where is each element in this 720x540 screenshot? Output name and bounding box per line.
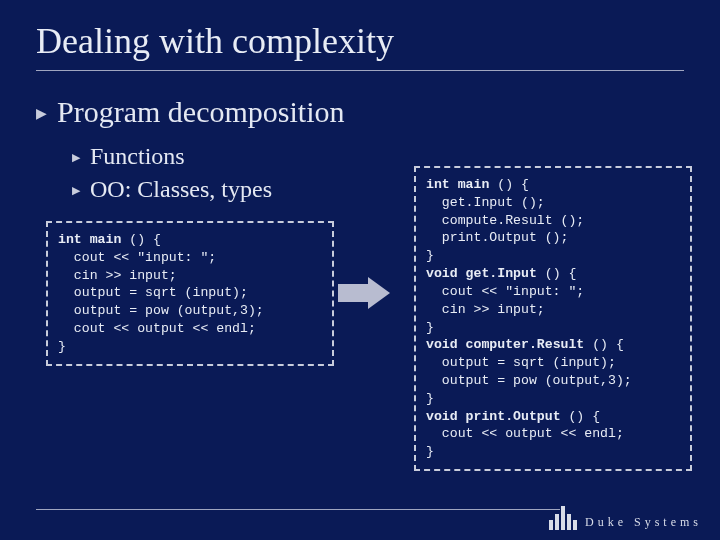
code: () { — [537, 266, 577, 281]
kw: int — [58, 232, 90, 247]
bullet-text: Program decomposition — [57, 95, 344, 129]
fn-name: main — [90, 232, 122, 247]
code: output = pow (output,3); — [426, 373, 632, 388]
brand-part: Duke — [585, 515, 627, 529]
code: cout << output << endl; — [58, 321, 256, 336]
code: output = sqrt (input); — [58, 285, 248, 300]
code: compute.Result (); — [426, 213, 584, 228]
code: output = sqrt (input); — [426, 355, 616, 370]
arrow-right-icon — [338, 277, 392, 309]
arrow-wrap — [334, 277, 396, 309]
footer: Duke Systems — [549, 506, 702, 530]
bullet-text: Functions — [90, 143, 185, 170]
code: } — [58, 339, 66, 354]
kw: void — [426, 337, 466, 352]
code: cin >> input; — [426, 302, 545, 317]
kw: void — [426, 266, 466, 281]
bullet-icon: ▶ — [72, 151, 80, 164]
code: } — [426, 444, 434, 459]
code: () { — [121, 232, 161, 247]
code-before: int main () { cout << "input: "; cin >> … — [46, 221, 334, 366]
fn-name: get.Input — [466, 266, 537, 281]
code: () { — [489, 177, 529, 192]
fn-name: print.Output — [466, 409, 561, 424]
slide-title: Dealing with complexity — [36, 20, 684, 71]
code: () { — [561, 409, 601, 424]
code-after-col: int main () { get.Input (); compute.Resu… — [410, 166, 692, 471]
code: output = pow (output,3); — [58, 303, 264, 318]
duke-chapel-icon — [549, 506, 577, 530]
code: print.Output (); — [426, 230, 568, 245]
bullet-icon: ▶ — [36, 105, 47, 122]
code: cout << "input: "; — [426, 284, 584, 299]
fn-name: main — [458, 177, 490, 192]
code: get.Input (); — [426, 195, 545, 210]
code: () { — [584, 337, 624, 352]
code: cout << "input: "; — [58, 250, 216, 265]
footer-brand: Duke Systems — [585, 515, 702, 530]
code: cout << output << endl; — [426, 426, 624, 441]
kw: int — [426, 177, 458, 192]
footer-divider — [36, 509, 560, 510]
bullet-level1: ▶ Program decomposition — [36, 95, 684, 129]
bullet-text: OO: Classes, types — [90, 176, 272, 203]
bullet-icon: ▶ — [72, 184, 80, 197]
code: } — [426, 248, 434, 263]
kw: void — [426, 409, 466, 424]
fn-name: computer.Result — [466, 337, 585, 352]
brand-part: Systems — [634, 515, 702, 529]
code: } — [426, 320, 434, 335]
code: cin >> input; — [58, 268, 177, 283]
code-after: int main () { get.Input (); compute.Resu… — [414, 166, 692, 471]
code: } — [426, 391, 434, 406]
